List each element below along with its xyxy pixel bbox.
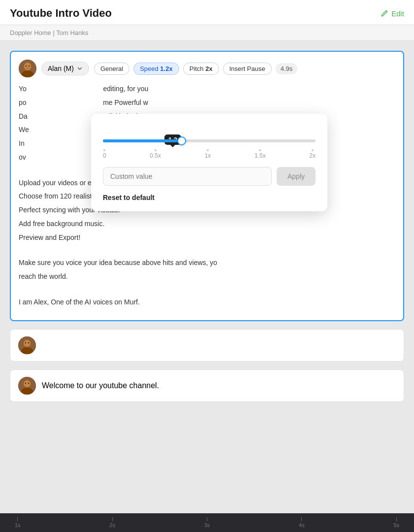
text-line-13: reach the world. xyxy=(19,271,395,283)
dot-2x xyxy=(312,149,314,151)
edit-label: Edit xyxy=(391,9,404,18)
tick-5 xyxy=(396,517,397,521)
edit-button[interactable]: Edit xyxy=(381,9,404,18)
tab-pitch[interactable]: Pitch 2x xyxy=(183,63,219,75)
slider-fill xyxy=(103,139,182,142)
tab-speed[interactable]: Speed 1.2x xyxy=(133,63,179,75)
timeline-mark-4s: 4s xyxy=(299,517,305,528)
lower-block-2-text: Welcome to our youtube channel. xyxy=(42,381,159,390)
lower-block-2: Welcome to our youtube channel. xyxy=(10,369,404,402)
dot-0 xyxy=(103,149,105,151)
pencil-icon xyxy=(381,9,388,17)
tick-3 xyxy=(207,517,207,521)
apply-button[interactable]: Apply xyxy=(277,167,316,186)
svg-point-10 xyxy=(28,342,29,343)
tab-insert-pause[interactable]: Insert Pause xyxy=(223,63,272,75)
breadcrumb-home[interactable]: Doppler Home xyxy=(10,29,51,36)
header: Youtube Intro Video Edit xyxy=(0,0,414,25)
dot-1-5x xyxy=(259,149,261,151)
text-line-14: I am Alex, One of the AI voices on Murf. xyxy=(19,297,395,308)
main-content: Alan (M) General Speed 1.2x Pitch 2x Ins… xyxy=(0,41,414,402)
text-line-10: Add free background music. xyxy=(19,218,395,230)
text-line-1: Yo editing, for you xyxy=(19,83,395,95)
mark-0-5x: 0.5x xyxy=(150,149,161,159)
voice-selector[interactable]: Alan (M) xyxy=(41,62,89,75)
timeline-mark-5s: 5s xyxy=(393,517,399,528)
timeline: 1s 2s 3s 4s 5s xyxy=(0,513,414,532)
tick-2 xyxy=(112,517,113,521)
lower-avatar-2 xyxy=(18,377,36,395)
custom-value-input[interactable] xyxy=(103,167,272,186)
svg-point-15 xyxy=(28,382,29,383)
svg-point-14 xyxy=(25,382,26,383)
mark-1x: 1x xyxy=(205,149,211,159)
breadcrumb: Doppler Home | Tom Hanks xyxy=(0,25,414,41)
tab-pitch-label: Pitch 2x xyxy=(190,65,213,72)
slider-track[interactable] xyxy=(103,139,316,142)
timeline-marks: 1s 2s 3s 4s 5s xyxy=(15,517,399,528)
svg-point-12 xyxy=(24,380,31,387)
mark-0: 0 xyxy=(103,149,106,159)
tick-4 xyxy=(301,517,302,521)
svg-point-7 xyxy=(24,340,31,347)
tab-general-label: General xyxy=(100,65,123,72)
lower-avatar-1 xyxy=(18,336,36,354)
tabs-row: General Speed 1.2x Pitch 2x Insert Pause… xyxy=(94,63,297,75)
text-line-11: Preview and Export! xyxy=(19,232,395,244)
chevron-down-icon xyxy=(77,66,83,71)
dot-1x xyxy=(207,149,209,151)
tab-insert-pause-label: Insert Pause xyxy=(229,65,265,72)
page-title: Youtube Intro Video xyxy=(10,7,112,20)
mark-2x: 2x xyxy=(309,149,316,159)
lower-block-1 xyxy=(10,329,404,362)
voice-name: Alan (M) xyxy=(48,65,74,72)
svg-point-9 xyxy=(25,342,26,343)
dot-0-5x xyxy=(155,149,157,151)
timeline-mark-1s: 1s xyxy=(15,517,21,528)
slider-labels: 0 0.5x 1x 1.5x 2x xyxy=(103,149,316,159)
avatar xyxy=(19,60,36,77)
breadcrumb-current[interactable]: Tom Hanks xyxy=(56,29,88,36)
timeline-mark-3s: 3s xyxy=(204,517,210,528)
tab-speed-label: Speed 1.2x xyxy=(140,65,173,72)
reset-to-default[interactable]: Reset to default xyxy=(103,194,316,201)
slider-container: 1.2 xyxy=(103,139,316,142)
svg-point-3 xyxy=(24,63,31,70)
mark-1-5x: 1.5x xyxy=(255,149,266,159)
svg-point-4 xyxy=(26,66,27,66)
svg-point-5 xyxy=(29,66,30,66)
duration-badge: 4.9s xyxy=(276,63,298,74)
tick-1 xyxy=(17,517,18,521)
text-line-12: Make sure you voice your idea because ab… xyxy=(19,257,395,269)
timeline-mark-2s: 2s xyxy=(109,517,115,528)
speed-popup: 1.2 0 0.5x 1x 1.5x xyxy=(91,114,327,211)
custom-row: Apply xyxy=(103,167,316,186)
slider-thumb[interactable] xyxy=(177,136,186,145)
text-line-2: po me Powerful w xyxy=(19,97,395,109)
voice-row: Alan (M) General Speed 1.2x Pitch 2x Ins… xyxy=(19,60,395,77)
tab-general[interactable]: General xyxy=(94,63,129,75)
